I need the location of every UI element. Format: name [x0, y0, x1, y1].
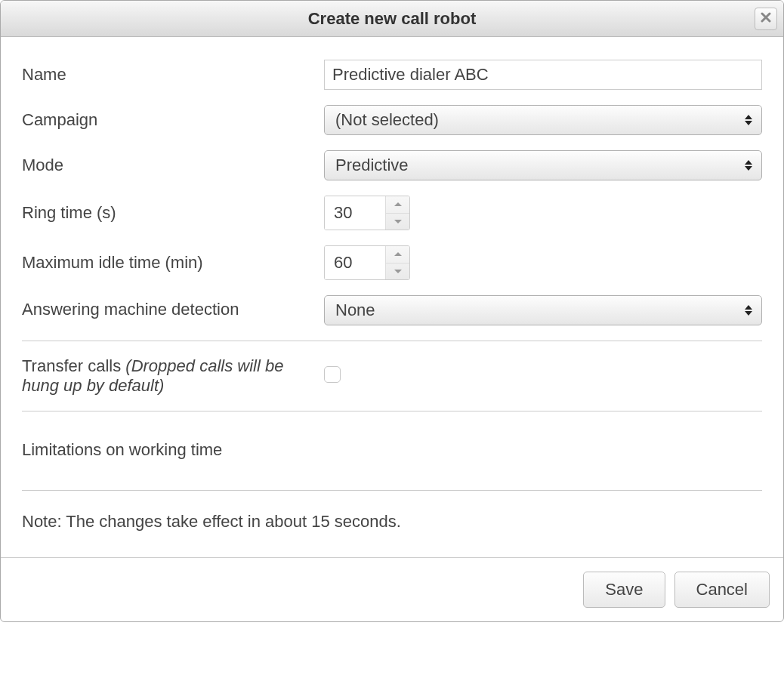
row-transfer: Transfer calls (Dropped calls will be hu…	[22, 349, 762, 403]
note-text: Note: The changes take effect in about 1…	[22, 498, 762, 550]
mode-select[interactable]: Predictive	[324, 150, 762, 180]
divider	[22, 490, 762, 491]
ring-time-label: Ring time (s)	[22, 203, 324, 223]
chevron-updown-icon	[745, 115, 752, 125]
row-name: Name	[22, 52, 762, 97]
chevron-updown-icon	[745, 305, 752, 316]
dialog-header: Create new call robot	[1, 1, 783, 37]
amd-value: None	[335, 301, 375, 320]
chevron-updown-icon	[745, 160, 752, 171]
row-amd: Answering machine detection None	[22, 288, 762, 333]
save-button[interactable]: Save	[583, 572, 665, 608]
row-idle-time: Maximum idle time (min)	[22, 238, 762, 288]
ring-time-input[interactable]	[325, 196, 385, 230]
campaign-select[interactable]: (Not selected)	[324, 105, 762, 135]
idle-time-step-down[interactable]	[386, 263, 409, 280]
amd-label: Answering machine detection	[22, 295, 324, 319]
divider	[22, 411, 762, 411]
campaign-value: (Not selected)	[335, 110, 439, 130]
row-campaign: Campaign (Not selected)	[22, 97, 762, 143]
cancel-button[interactable]: Cancel	[674, 572, 770, 608]
idle-time-steppers	[385, 246, 409, 279]
transfer-label: Transfer calls	[22, 356, 125, 375]
idle-time-input[interactable]	[325, 246, 385, 279]
transfer-label-wrap: Transfer calls (Dropped calls will be hu…	[22, 356, 324, 396]
transfer-checkbox[interactable]	[324, 366, 341, 383]
mode-value: Predictive	[335, 156, 409, 175]
close-button[interactable]	[755, 8, 777, 30]
row-ring-time: Ring time (s)	[22, 188, 762, 238]
dialog-title: Create new call robot	[308, 9, 477, 29]
ring-time-step-down[interactable]	[386, 213, 409, 230]
idle-time-spinner	[324, 245, 410, 280]
name-label: Name	[22, 65, 324, 85]
ring-time-spinner	[324, 196, 410, 230]
divider	[22, 341, 762, 341]
row-mode: Mode Predictive	[22, 143, 762, 188]
idle-time-step-up[interactable]	[386, 246, 409, 263]
ring-time-steppers	[385, 196, 409, 230]
ring-time-step-up[interactable]	[386, 196, 409, 213]
name-input[interactable]	[324, 60, 762, 90]
dialog-body: Name Campaign (Not selected) Mode Predic…	[1, 37, 783, 557]
idle-time-label: Maximum idle time (min)	[22, 253, 324, 273]
campaign-label: Campaign	[22, 110, 324, 130]
amd-select[interactable]: None	[324, 295, 762, 325]
create-call-robot-dialog: Create new call robot Name Campaign (Not…	[0, 0, 784, 622]
mode-label: Mode	[22, 156, 324, 175]
dialog-footer: Save Cancel	[1, 557, 783, 621]
limitations-heading: Limitations on working time	[22, 419, 762, 482]
close-icon	[761, 11, 771, 26]
